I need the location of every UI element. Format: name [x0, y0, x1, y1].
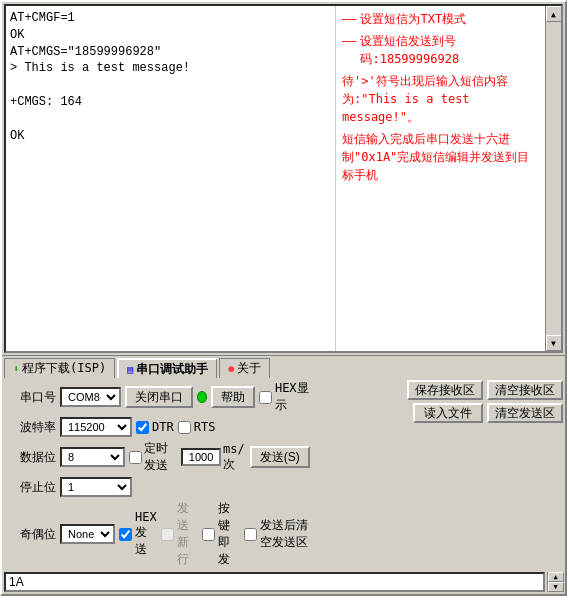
hex-display-checkbox[interactable]: [259, 391, 272, 404]
rts-checkbox[interactable]: [178, 421, 191, 434]
clear-send-btn[interactable]: 清空发送区: [487, 403, 563, 423]
hex-send-group: HEX发送: [119, 510, 157, 558]
timed-send-group: 定时发送 ms/次 发送(S): [129, 440, 310, 474]
rts-group: RTS: [178, 420, 216, 434]
right-row-1: 保存接收区 清空接收区: [314, 380, 563, 400]
controls-wrapper: 串口号 COM8 关闭串口 帮助 HEX显示 波特率 115200: [2, 378, 565, 570]
tab-download-label: 程序下载(ISP): [22, 360, 106, 377]
input-scroll-down[interactable]: ▼: [548, 582, 564, 592]
timed-ms-input[interactable]: [181, 448, 221, 466]
close-port-btn[interactable]: 关闭串口: [125, 386, 193, 408]
timed-send-checkbox[interactable]: [129, 451, 142, 464]
key-send-group: 按键即发: [202, 500, 240, 568]
serial-icon: ▤: [127, 364, 133, 375]
annotation-area: —— 设置短信为TXT模式—— 设置短信发送到号码:18599996928待'>…: [335, 6, 545, 351]
clear-after-send-label: 发送后清空发送区: [260, 517, 310, 551]
key-send-label: 按键即发: [218, 500, 240, 568]
tab-download[interactable]: ⬇ 程序下载(ISP): [4, 358, 115, 378]
input-scroll-up[interactable]: ▲: [548, 572, 564, 582]
input-scrollbar[interactable]: ▲ ▼: [547, 572, 563, 592]
about-icon: ●: [228, 363, 234, 374]
parity-select[interactable]: None: [60, 524, 115, 544]
terminal-area: AT+CMGF=1 OK AT+CMGS="18599996928" > Thi…: [4, 4, 563, 353]
dtr-checkbox[interactable]: [136, 421, 149, 434]
timed-unit-label: ms/次: [223, 442, 248, 473]
port-select[interactable]: COM8: [60, 387, 121, 407]
scroll-track[interactable]: [546, 22, 561, 335]
parity-row: 奇偶位 None HEX发送 发送新行 按键即发: [4, 500, 310, 568]
rts-label: RTS: [194, 420, 216, 434]
baud-label: 波特率: [4, 419, 56, 436]
send-input[interactable]: [4, 572, 545, 592]
key-send-checkbox[interactable]: [202, 528, 215, 541]
right-controls: 保存接收区 清空接收区 读入文件 清空发送区: [312, 378, 565, 570]
baud-row: 波特率 115200 DTR RTS: [4, 417, 310, 437]
scroll-down-btn[interactable]: ▼: [546, 335, 562, 351]
dtr-group: DTR: [136, 420, 174, 434]
stop-row: 停止位 1: [4, 477, 310, 497]
data-select[interactable]: 8: [60, 447, 125, 467]
tab-serial-label: 串口调试助手: [136, 361, 208, 378]
send-newline-group: 发送新行: [161, 500, 199, 568]
bottom-panel: ⬇ 程序下载(ISP) ▤ 串口调试助手 ● 关于 串口号 COM8: [2, 355, 565, 594]
port-label: 串口号: [4, 389, 56, 406]
download-icon: ⬇: [13, 363, 19, 374]
tab-serial[interactable]: ▤ 串口调试助手: [117, 358, 217, 378]
data-label: 数据位: [4, 449, 56, 466]
clear-after-send-checkbox[interactable]: [244, 528, 257, 541]
main-window: AT+CMGF=1 OK AT+CMGS="18599996928" > Thi…: [0, 0, 567, 596]
help-btn[interactable]: 帮助: [211, 386, 255, 408]
scroll-up-btn[interactable]: ▲: [546, 6, 562, 22]
send-newline-label: 发送新行: [177, 500, 199, 568]
hex-send-checkbox[interactable]: [119, 528, 132, 541]
clear-recv-btn[interactable]: 清空接收区: [487, 380, 563, 400]
timed-send-label: 定时发送: [144, 440, 179, 474]
send-btn[interactable]: 发送(S): [250, 446, 310, 468]
tab-about-label: 关于: [237, 360, 261, 377]
status-led: [197, 391, 207, 403]
tab-bar: ⬇ 程序下载(ISP) ▤ 串口调试助手 ● 关于: [2, 356, 565, 378]
hex-display-label: HEX显示: [275, 380, 310, 414]
data-row: 数据位 8 定时发送 ms/次 发送(S): [4, 440, 310, 474]
right-row-2: 读入文件 清空发送区: [314, 403, 563, 423]
left-controls: 串口号 COM8 关闭串口 帮助 HEX显示 波特率 115200: [2, 378, 312, 570]
stop-select[interactable]: 1: [60, 477, 132, 497]
clear-after-send-group: 发送后清空发送区: [244, 517, 310, 551]
baud-select[interactable]: 115200: [60, 417, 132, 437]
send-newline-checkbox[interactable]: [161, 528, 174, 541]
dtr-label: DTR: [152, 420, 174, 434]
hex-display-group: HEX显示: [259, 380, 310, 414]
terminal-output[interactable]: AT+CMGF=1 OK AT+CMGS="18599996928" > Thi…: [6, 6, 335, 351]
save-recv-btn[interactable]: 保存接收区: [407, 380, 483, 400]
port-row: 串口号 COM8 关闭串口 帮助 HEX显示: [4, 380, 310, 414]
input-section: ▲ ▼: [4, 572, 563, 592]
tab-about[interactable]: ● 关于: [219, 358, 270, 378]
read-file-btn[interactable]: 读入文件: [413, 403, 483, 423]
hex-send-label: HEX发送: [135, 510, 157, 558]
terminal-scrollbar[interactable]: ▲ ▼: [545, 6, 561, 351]
stop-label: 停止位: [4, 479, 56, 496]
parity-label: 奇偶位: [4, 526, 56, 543]
